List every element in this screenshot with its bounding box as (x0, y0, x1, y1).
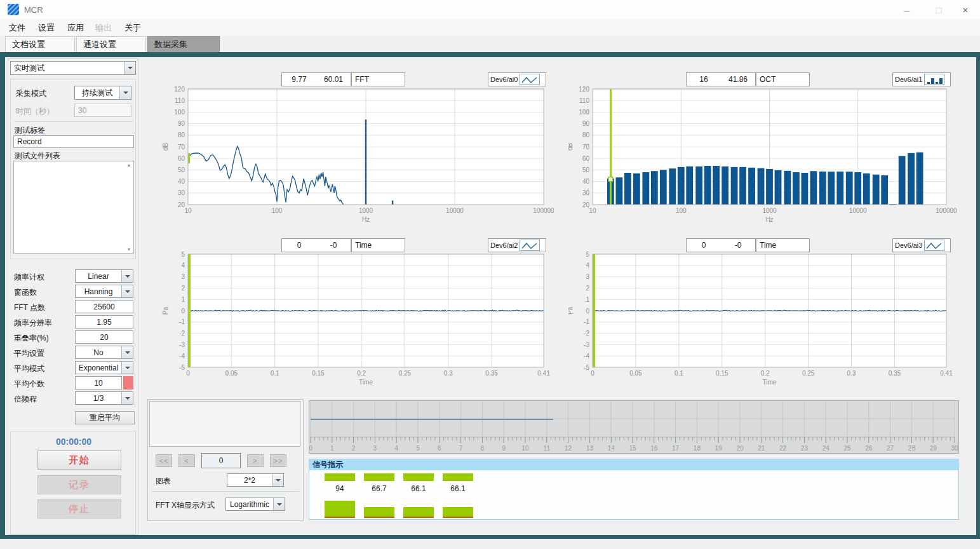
scroll-up-icon[interactable]: ▲ (124, 163, 133, 167)
svg-text:10: 10 (521, 445, 529, 452)
time2-chart[interactable]: -5-4-3-2-101234500.050.10.150.20.250.30.… (568, 252, 960, 394)
oct-chart[interactable]: 2030405060708090100110120101001000100001… (568, 86, 960, 229)
tab-data-acquisition[interactable]: 数据采集 (147, 36, 220, 53)
fft-chart[interactable]: 2030405060708090100110120101001000100001… (160, 86, 554, 229)
oct-name-box[interactable]: OCT (756, 72, 810, 86)
menu-apply[interactable]: 应用 (67, 22, 84, 34)
svg-text:0.41: 0.41 (537, 370, 550, 377)
svg-text:Hz: Hz (362, 216, 370, 223)
svg-text:-2: -2 (179, 330, 185, 337)
svg-text:60: 60 (178, 155, 185, 162)
warning-flag (123, 376, 133, 390)
test-label-input[interactable]: Record (13, 135, 134, 148)
first-page-button[interactable]: << (156, 454, 172, 467)
svg-text:11: 11 (544, 445, 551, 452)
svg-text:7: 7 (459, 445, 463, 452)
svg-text:16: 16 (650, 445, 658, 452)
time2-name-box[interactable]: Time (756, 238, 810, 252)
restart-average-button[interactable]: 重启平均 (75, 411, 135, 424)
divider (152, 491, 299, 492)
svg-text:dB: dB (568, 143, 574, 151)
svg-text:2: 2 (181, 285, 185, 292)
svg-text:10: 10 (589, 207, 596, 214)
tab-document-settings[interactable]: 文档设置 (5, 36, 75, 53)
close-button[interactable]: × (951, 0, 980, 19)
param-select[interactable]: Exponential (75, 361, 133, 374)
fft-name-box[interactable]: FFT (351, 72, 405, 86)
acq-mode-label: 采集模式 (16, 88, 46, 99)
svg-text:-3: -3 (584, 341, 589, 348)
oct-channel-select[interactable]: Dev6/ai1 (892, 72, 951, 86)
measure-mode-select[interactable]: 实时测试 (10, 61, 136, 75)
last-page-button[interactable]: >> (270, 454, 286, 467)
signal-panel-header: 信号指示 (309, 459, 959, 470)
signal-level-value: 66.1 (399, 484, 438, 493)
svg-text:0: 0 (591, 370, 594, 377)
svg-text:5: 5 (586, 252, 589, 258)
param-select[interactable]: Linear (75, 269, 133, 283)
svg-text:1: 1 (181, 296, 185, 303)
svg-text:25: 25 (843, 445, 851, 452)
svg-text:70: 70 (178, 144, 185, 151)
signal-indicator-bar (325, 473, 355, 481)
svg-text:0.1: 0.1 (675, 370, 683, 377)
run-control-group: 00:00:00 开始 记录 停止 (10, 431, 136, 534)
time1-channel-select[interactable]: Dev6/ai2 (488, 238, 546, 252)
chevron-down-icon (121, 346, 133, 358)
scroll-down-icon[interactable]: ▼ (124, 247, 133, 252)
param-select[interactable]: 1/3 (75, 391, 133, 405)
app-title: MCR (24, 5, 43, 15)
page-number-box[interactable]: 0 (201, 453, 241, 468)
svg-text:-5: -5 (584, 364, 589, 371)
signal-panel-body: 9466.766.166.1 (309, 470, 959, 520)
menu-about[interactable]: 关于 (124, 22, 141, 34)
time1-chart[interactable]: -5-4-3-2-101234500.050.10.150.20.250.30.… (160, 252, 554, 394)
file-list-label: 测试文件列表 (15, 151, 60, 161)
chart-layout-select[interactable]: 2*2 (227, 473, 284, 487)
param-label: 平均设置 (14, 348, 44, 359)
timeline-strip[interactable]: 0123456789101112131415161718192021222324… (309, 400, 959, 454)
fft-axis-select[interactable]: Logarithmic (225, 498, 285, 511)
param-input[interactable]: 10 (75, 376, 122, 390)
param-input[interactable]: 1.95 (75, 315, 133, 329)
svg-text:28: 28 (908, 445, 916, 452)
svg-text:Time: Time (763, 379, 777, 386)
frame-left (0, 52, 5, 539)
time2-channel-select[interactable]: Dev6/ai3 (892, 238, 951, 252)
svg-text:0.35: 0.35 (889, 370, 901, 377)
duration-label: 时间（秒） (16, 106, 54, 117)
next-page-button[interactable]: > (247, 454, 264, 467)
acquisition-group: 采集模式 持续测试 时间（秒） 30 测试标签 Record 测试文件列表 ▲ … (10, 79, 136, 259)
line-chart-icon (520, 240, 540, 251)
svg-text:30: 30 (582, 189, 590, 196)
svg-text:6: 6 (438, 445, 441, 452)
param-input[interactable]: 20 (75, 330, 133, 344)
prev-page-button[interactable]: < (178, 454, 195, 467)
menu-settings[interactable]: 设置 (38, 22, 55, 34)
start-button[interactable]: 开始 (37, 451, 121, 470)
param-label: 平均模式 (14, 363, 44, 374)
menu-file[interactable]: 文件 (9, 22, 25, 34)
minimize-button[interactable]: – (892, 0, 922, 19)
fft-channel-select[interactable]: Dev6/ai0 (488, 72, 546, 86)
param-label: 窗函数 (14, 287, 37, 298)
chevron-down-icon (273, 498, 285, 510)
param-select[interactable]: No (75, 346, 133, 359)
line-chart-icon (520, 74, 540, 85)
tab-channel-settings[interactable]: 通道设置 (76, 36, 146, 53)
svg-text:10000: 10000 (446, 207, 464, 214)
time1-name-box[interactable]: Time (351, 238, 405, 252)
svg-text:0.1: 0.1 (271, 370, 279, 377)
svg-text:23: 23 (801, 445, 809, 452)
svg-text:5: 5 (181, 252, 185, 258)
acq-mode-select[interactable]: 持续测试 (74, 86, 131, 100)
param-label: 重叠率(%) (14, 333, 49, 344)
maximize-button[interactable]: □ (924, 0, 953, 19)
param-select[interactable]: Hanning (75, 285, 133, 298)
test-file-listbox[interactable]: ▲ ▼ (13, 161, 134, 254)
svg-text:2: 2 (586, 285, 589, 292)
analysis-params: 频率计权Linear窗函数HanningFFT 点数25600频率分辨率1.95… (10, 269, 136, 407)
svg-text:100000: 100000 (533, 207, 554, 214)
param-input[interactable]: 25600 (75, 300, 133, 313)
svg-text:1000: 1000 (359, 207, 373, 214)
